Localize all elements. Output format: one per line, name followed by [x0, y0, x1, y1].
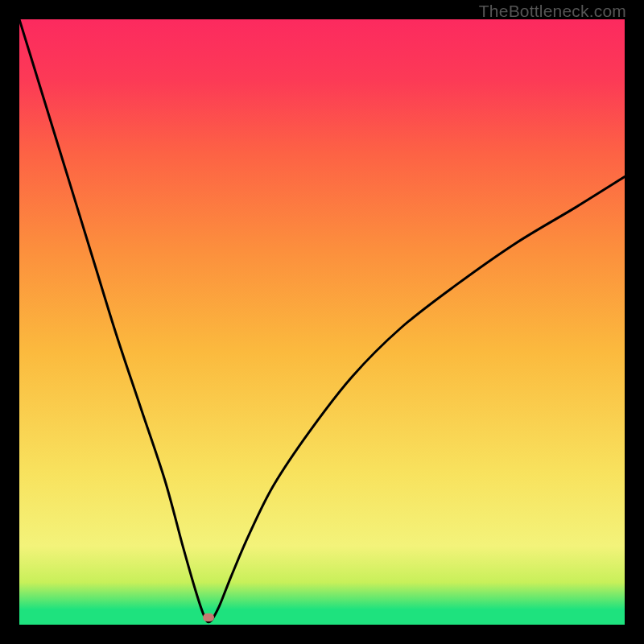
- optimal-marker: [203, 613, 214, 621]
- chart-frame: TheBottleneck.com: [0, 0, 644, 644]
- chart-area: [19, 19, 625, 625]
- bottleneck-curve: [19, 19, 625, 625]
- watermark-text: TheBottleneck.com: [479, 2, 626, 21]
